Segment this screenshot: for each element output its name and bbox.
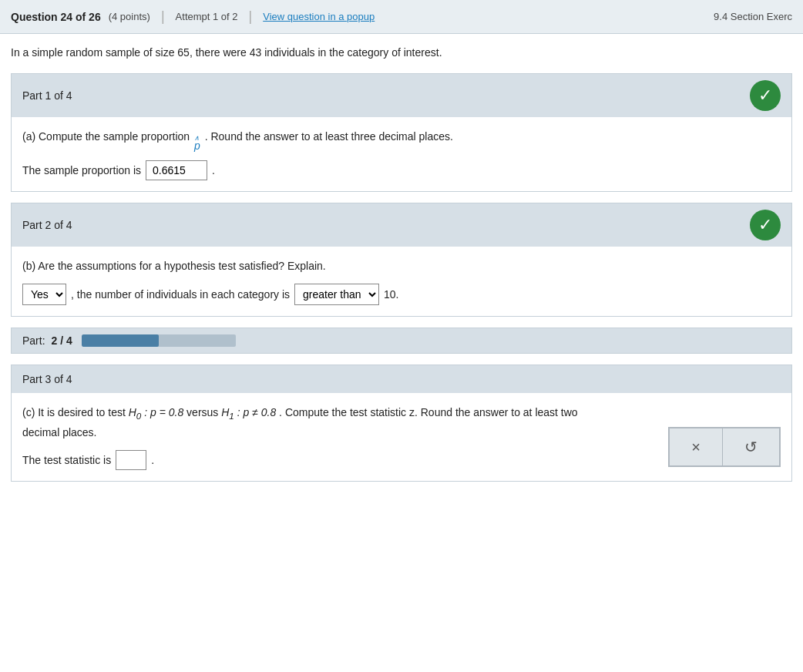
main-content: In a simple random sample of size 65, th… [0,34,803,482]
part3-left: (c) It is desired to test H0 : p = 0.8 v… [22,404,653,470]
intro-text: In a simple random sample of size 65, th… [11,45,792,61]
part3-header-label: Part 3 of 4 [22,373,72,385]
part3-answer-input[interactable] [116,450,146,470]
points-label: (4 points) [109,11,150,22]
sep2: | [249,8,253,25]
part3-answer-row: The test statistic is . [22,450,653,470]
part1-check-icon: ✓ [750,80,781,111]
part2-dropdown1[interactable]: Yes No [22,284,66,305]
part1-answer-row: The sample proportion is . [22,160,781,180]
part2-section: Part 2 of 4 ✓ (b) Are the assumptions fo… [11,203,792,317]
h0-expr: H0 : p = 0.8 [129,406,186,418]
part2-check-icon: ✓ [750,210,781,240]
progress-bar-container [82,334,236,347]
attempt-label: Attempt 1 of 2 [176,11,238,22]
part3-question: (c) It is desired to test H0 : p = 0.8 v… [22,404,653,441]
view-popup-link[interactable]: View question in a popup [263,11,375,22]
part3-content: (c) It is desired to test H0 : p = 0.8 v… [22,404,781,470]
part2-answer-row: Yes No , the number of individuals in ea… [22,284,781,305]
part3-body: (c) It is desired to test H0 : p = 0.8 v… [12,393,791,481]
section-label: 9.4 Section Exerc [714,11,792,22]
reset-button[interactable]: ↺ [722,428,780,466]
part2-header: Part 2 of 4 ✓ [12,203,791,247]
clear-button[interactable]: × [669,428,722,466]
part2-body: (b) Are the assumptions for a hypothesis… [12,247,791,316]
p-hat-symbol: ∧ p [194,128,200,151]
part3-actions: × ↺ [668,404,781,467]
sep1: | [161,8,165,25]
part1-section: Part 1 of 4 ✓ (a) Compute the sample pro… [11,73,792,192]
part1-body: (a) Compute the sample proportion ∧ p . … [12,117,791,191]
part3-header: Part 3 of 4 [12,365,791,393]
part2-dropdown2[interactable]: greater than less than equal to [294,284,379,305]
progress-bar-fill [82,334,159,347]
progress-label: Part: 2 / 4 [22,334,72,347]
part2-question: (b) Are the assumptions for a hypothesis… [22,257,781,274]
part1-answer-suffix: . [212,164,215,176]
progress-bold: 2 / 4 [51,334,72,347]
part2-header-label: Part 2 of 4 [22,219,72,231]
part2-end-text: 10. [384,288,398,301]
part1-answer-input[interactable] [146,160,207,180]
part1-question: (a) Compute the sample proportion ∧ p . … [22,128,781,151]
part1-answer-prefix: The sample proportion is [22,164,141,176]
action-buttons: × ↺ [668,427,781,467]
header-bar: Question 24 of 26 (4 points) | Attempt 1… [0,0,803,34]
part2-middle-text: , the number of individuals in each cate… [71,288,290,301]
question-label: Question 24 of 26 [11,11,101,23]
part3-section: Part 3 of 4 (c) It is desired to test H0… [11,365,792,482]
part3-answer-suffix: . [151,454,154,466]
part3-answer-prefix: The test statistic is [22,454,111,466]
progress-section: Part: 2 / 4 [11,328,792,354]
part1-header-label: Part 1 of 4 [22,89,72,102]
part1-header: Part 1 of 4 ✓ [12,74,791,117]
h1-expr: H1 : p ≠ 0.8 [221,406,276,418]
